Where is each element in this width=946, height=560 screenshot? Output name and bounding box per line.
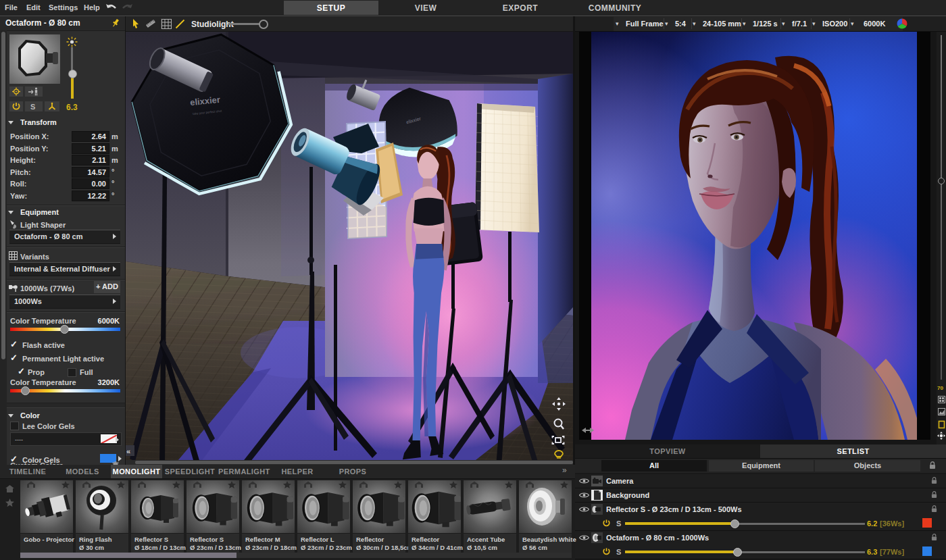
svg-text:«: «: [126, 447, 130, 455]
